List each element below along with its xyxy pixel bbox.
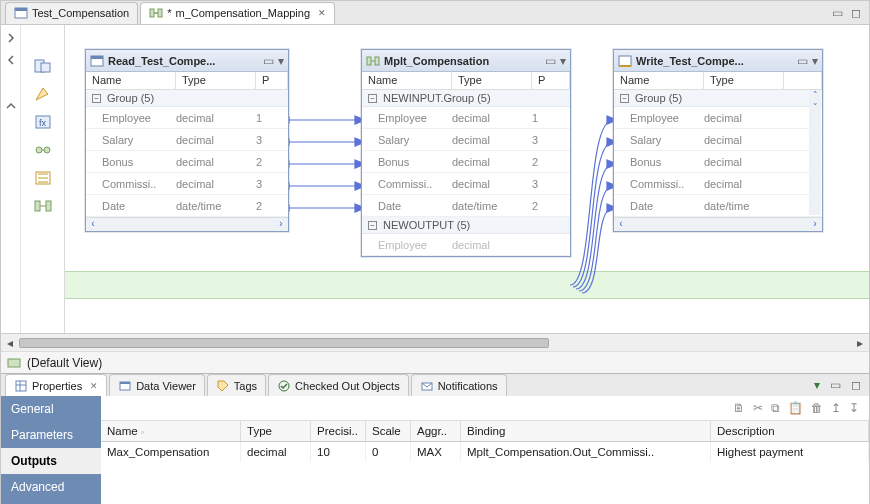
palette-collapse-icon[interactable] <box>0 29 22 47</box>
maximize-icon[interactable]: ◻ <box>851 378 861 392</box>
col-type[interactable]: Type <box>452 72 532 89</box>
transform-mplt[interactable]: Mplt_Compensation ▭▾ NameTypeP −NEWINPUT… <box>361 49 571 257</box>
col-header-scale[interactable]: Scale <box>366 421 411 441</box>
menu-icon[interactable]: ▾ <box>812 54 818 68</box>
expand-icon[interactable]: ▭ <box>263 54 274 68</box>
col-name[interactable]: Name <box>614 72 704 89</box>
tab-notifications[interactable]: Notifications <box>411 374 507 396</box>
minimize-icon[interactable]: ▭ <box>832 6 843 20</box>
col-type[interactable]: Type <box>176 72 256 89</box>
scroll-left-icon[interactable]: ‹ <box>86 218 100 231</box>
sidebar-item-outputs[interactable]: Outputs <box>1 448 101 474</box>
mapplet-tool-icon[interactable] <box>32 197 54 215</box>
scroll-thumb[interactable] <box>19 338 549 348</box>
col-p[interactable]: P <box>532 72 570 89</box>
port-row[interactable]: Commissi..decimal <box>614 173 822 195</box>
cell-name[interactable]: Max_Compensation <box>101 442 241 462</box>
minimize-icon[interactable]: ▭ <box>830 378 841 392</box>
port-row[interactable]: Commissi..decimal3 <box>86 173 288 195</box>
tab-mapping[interactable]: *m_Compensation_Mapping ✕ <box>140 2 335 24</box>
mapping-canvas[interactable]: Read_Test_Compe... ▭▾ NameTypeP −Group (… <box>65 25 869 333</box>
scroll-right-icon[interactable]: › <box>808 218 822 231</box>
group-output[interactable]: −NEWOUTPUT (5) <box>362 217 570 234</box>
paste-icon[interactable]: 📋 <box>788 401 803 415</box>
cell-aggr[interactable]: MAX <box>411 442 461 462</box>
copy-icon[interactable]: ⧉ <box>771 401 780 415</box>
moveup-icon[interactable]: ↥ <box>831 401 841 415</box>
col-header-name[interactable]: Name ◦ <box>101 421 241 441</box>
sidebar-item-general[interactable]: General <box>1 396 101 422</box>
tab-tags[interactable]: Tags <box>207 374 266 396</box>
port-row[interactable]: Salarydecimal <box>614 129 822 151</box>
col-p[interactable]: P <box>256 72 288 89</box>
col-type[interactable]: Type <box>704 72 784 89</box>
col-name[interactable]: Name <box>86 72 176 89</box>
col-header-bind[interactable]: Binding <box>461 421 711 441</box>
maximize-icon[interactable]: ◻ <box>851 6 861 20</box>
port-row[interactable]: Employeedecimal <box>614 107 822 129</box>
cell-type[interactable]: decimal <box>241 442 311 462</box>
scroll-right-icon[interactable]: ▸ <box>851 336 869 350</box>
port-row[interactable]: Datedate/time2 <box>86 195 288 217</box>
palette-left-icon[interactable] <box>0 51 22 69</box>
close-icon[interactable]: ✕ <box>318 8 326 18</box>
port-row[interactable]: Bonusdecimal <box>614 151 822 173</box>
port-row[interactable]: Employeedecimal <box>362 234 570 256</box>
port-row[interactable]: Salarydecimal3 <box>362 129 570 151</box>
port-row[interactable]: Datedate/time <box>614 195 822 217</box>
expand-icon[interactable]: ▭ <box>797 54 808 68</box>
sidebar-item-runtime[interactable]: Run-time <box>1 500 101 504</box>
transform-read[interactable]: Read_Test_Compe... ▭▾ NameTypeP −Group (… <box>85 49 289 232</box>
col-p[interactable] <box>784 72 822 89</box>
close-icon[interactable]: ✕ <box>90 381 98 391</box>
tab-checkedout[interactable]: Checked Out Objects <box>268 374 409 396</box>
cell-scale[interactable]: 0 <box>366 442 411 462</box>
expr-tool-icon[interactable]: fx <box>32 113 54 131</box>
vscroll[interactable]: ˄˅ <box>809 90 821 215</box>
col-header-type[interactable]: Type <box>241 421 311 441</box>
port-row[interactable]: Datedate/time2 <box>362 195 570 217</box>
tab-test-compensation[interactable]: Test_Compensation <box>5 2 138 24</box>
scroll-left-icon[interactable]: ◂ <box>1 336 19 350</box>
grid-row[interactable]: Max_Compensation decimal 10 0 MAX Mplt_C… <box>101 442 869 462</box>
port-row[interactable]: Commissi..decimal3 <box>362 173 570 195</box>
group-input[interactable]: −NEWINPUT.Group (5) <box>362 90 570 107</box>
cell-desc[interactable]: Highest payment <box>711 442 869 462</box>
transform-write[interactable]: Write_Test_Compe... ▭▾ NameType −Group (… <box>613 49 823 232</box>
sidebar-item-advanced[interactable]: Advanced <box>1 474 101 500</box>
agg-tool-icon[interactable] <box>32 169 54 187</box>
scroll-right-icon[interactable]: › <box>274 218 288 231</box>
port-row[interactable]: Employeedecimal1 <box>86 107 288 129</box>
tab-properties[interactable]: Properties✕ <box>5 374 107 396</box>
cut-icon[interactable]: ✂ <box>753 401 763 415</box>
group-header[interactable]: −Group (5) <box>614 90 822 107</box>
col-header-aggr[interactable]: Aggr.. <box>411 421 461 441</box>
port-row[interactable]: Employeedecimal1 <box>362 107 570 129</box>
sidebar-item-parameters[interactable]: Parameters <box>1 422 101 448</box>
col-header-desc[interactable]: Description <box>711 421 869 441</box>
canvas-hscroll[interactable]: ◂ ▸ <box>1 333 869 351</box>
expand-icon[interactable]: ▭ <box>545 54 556 68</box>
arrow-up-icon[interactable] <box>0 97 22 115</box>
cell-bind[interactable]: Mplt_Compensation.Out_Commissi.. <box>461 442 711 462</box>
col-name[interactable]: Name <box>362 72 452 89</box>
port-row[interactable]: Bonusdecimal2 <box>362 151 570 173</box>
group-header[interactable]: −Group (5) <box>86 90 288 107</box>
port-row[interactable]: Bonusdecimal2 <box>86 151 288 173</box>
link-tool-icon[interactable] <box>32 141 54 159</box>
port-row[interactable]: Salarydecimal3 <box>86 129 288 151</box>
svg-rect-5 <box>41 63 50 72</box>
target-tool-icon[interactable] <box>32 85 54 103</box>
scroll-left-icon[interactable]: ‹ <box>614 218 628 231</box>
menu-icon[interactable]: ▾ <box>560 54 566 68</box>
movedown-icon[interactable]: ↧ <box>849 401 859 415</box>
view-menu-icon[interactable]: ▾ <box>814 378 820 392</box>
source-tool-icon[interactable] <box>32 57 54 75</box>
tab-dataviewer[interactable]: Data Viewer <box>109 374 205 396</box>
new-icon[interactable]: 🗎 <box>733 401 745 415</box>
col-header-prec[interactable]: Precisi.. <box>311 421 366 441</box>
cell-prec[interactable]: 10 <box>311 442 366 462</box>
menu-icon[interactable]: ▾ <box>278 54 284 68</box>
view-switcher[interactable]: (Default View) <box>1 351 869 373</box>
delete-icon[interactable]: 🗑 <box>811 401 823 415</box>
